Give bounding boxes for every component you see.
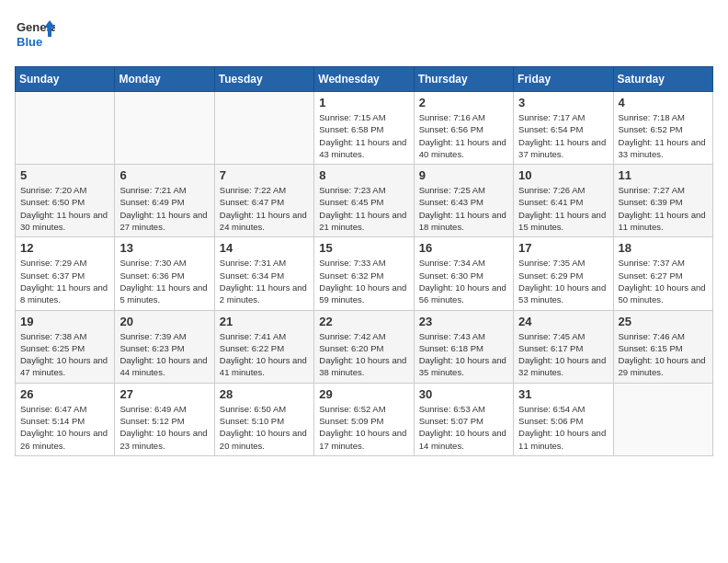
- day-number: 3: [518, 96, 608, 109]
- day-number: 26: [20, 387, 109, 401]
- calendar-week-3: 12Sunrise: 7:29 AM Sunset: 6:37 PM Dayli…: [16, 237, 713, 310]
- calendar-cell: 27Sunrise: 6:49 AM Sunset: 5:12 PM Dayli…: [115, 383, 214, 455]
- day-number: 21: [220, 315, 309, 328]
- calendar-cell: 21Sunrise: 7:41 AM Sunset: 6:22 PM Dayli…: [214, 310, 313, 383]
- calendar-cell: 19Sunrise: 7:38 AM Sunset: 6:25 PM Dayli…: [16, 310, 115, 383]
- day-info: Sunrise: 7:41 AM Sunset: 6:22 PM Dayligh…: [220, 330, 309, 379]
- calendar-cell: 22Sunrise: 7:42 AM Sunset: 6:20 PM Dayli…: [314, 310, 414, 383]
- day-header-friday: Friday: [514, 67, 613, 92]
- day-number: 11: [619, 168, 708, 182]
- calendar-cell: 16Sunrise: 7:34 AM Sunset: 6:30 PM Dayli…: [414, 237, 513, 310]
- day-info: Sunrise: 6:54 AM Sunset: 5:06 PM Dayligh…: [518, 403, 608, 452]
- day-info: Sunrise: 7:15 AM Sunset: 6:58 PM Dayligh…: [319, 111, 408, 160]
- day-number: 20: [119, 315, 209, 328]
- calendar-cell: 9Sunrise: 7:25 AM Sunset: 6:43 PM Daylig…: [414, 165, 513, 237]
- day-number: 15: [319, 241, 408, 255]
- day-info: Sunrise: 6:50 AM Sunset: 5:10 PM Dayligh…: [220, 403, 309, 452]
- calendar-cell: 10Sunrise: 7:26 AM Sunset: 6:41 PM Dayli…: [514, 165, 613, 237]
- day-number: 29: [319, 387, 408, 401]
- calendar-cell: 24Sunrise: 7:45 AM Sunset: 6:17 PM Dayli…: [514, 310, 613, 383]
- day-number: 27: [119, 387, 209, 401]
- day-info: Sunrise: 7:31 AM Sunset: 6:34 PM Dayligh…: [220, 257, 309, 305]
- day-number: 22: [319, 315, 408, 328]
- calendar-table: SundayMondayTuesdayWednesdayThursdayFrid…: [15, 66, 713, 456]
- calendar-week-4: 19Sunrise: 7:38 AM Sunset: 6:25 PM Dayli…: [16, 310, 713, 383]
- day-info: Sunrise: 6:47 AM Sunset: 5:14 PM Dayligh…: [20, 403, 109, 452]
- day-info: Sunrise: 7:33 AM Sunset: 6:32 PM Dayligh…: [319, 257, 408, 305]
- day-info: Sunrise: 7:42 AM Sunset: 6:20 PM Dayligh…: [319, 330, 408, 379]
- day-number: 10: [518, 168, 608, 182]
- day-number: 19: [20, 315, 109, 328]
- day-number: 1: [319, 96, 408, 109]
- calendar-cell: [613, 383, 712, 455]
- day-info: Sunrise: 6:49 AM Sunset: 5:12 PM Dayligh…: [119, 403, 209, 452]
- day-number: 8: [319, 168, 408, 182]
- calendar-cell: 31Sunrise: 6:54 AM Sunset: 5:06 PM Dayli…: [514, 383, 613, 455]
- day-number: 18: [619, 241, 708, 255]
- calendar-cell: 12Sunrise: 7:29 AM Sunset: 6:37 PM Dayli…: [16, 237, 115, 310]
- day-info: Sunrise: 7:22 AM Sunset: 6:47 PM Dayligh…: [220, 184, 309, 233]
- calendar-cell: 1Sunrise: 7:15 AM Sunset: 6:58 PM Daylig…: [314, 92, 414, 165]
- calendar-cell: 17Sunrise: 7:35 AM Sunset: 6:29 PM Dayli…: [514, 237, 613, 310]
- day-number: 17: [518, 241, 608, 255]
- calendar-cell: 11Sunrise: 7:27 AM Sunset: 6:39 PM Dayli…: [613, 165, 712, 237]
- calendar-week-5: 26Sunrise: 6:47 AM Sunset: 5:14 PM Dayli…: [16, 383, 713, 455]
- day-info: Sunrise: 6:52 AM Sunset: 5:09 PM Dayligh…: [319, 403, 408, 452]
- day-header-thursday: Thursday: [414, 67, 513, 92]
- calendar-cell: 3Sunrise: 7:17 AM Sunset: 6:54 PM Daylig…: [514, 92, 613, 165]
- day-info: Sunrise: 7:46 AM Sunset: 6:15 PM Dayligh…: [619, 330, 708, 379]
- day-info: Sunrise: 7:29 AM Sunset: 6:37 PM Dayligh…: [20, 257, 109, 305]
- day-number: 23: [419, 315, 508, 328]
- calendar-cell: [16, 92, 115, 165]
- day-number: 31: [518, 387, 608, 401]
- calendar-cell: 2Sunrise: 7:16 AM Sunset: 6:56 PM Daylig…: [414, 92, 513, 165]
- day-number: 7: [220, 168, 309, 182]
- calendar-cell: 5Sunrise: 7:20 AM Sunset: 6:50 PM Daylig…: [16, 165, 115, 237]
- day-info: Sunrise: 7:30 AM Sunset: 6:36 PM Dayligh…: [119, 257, 209, 305]
- calendar-cell: 14Sunrise: 7:31 AM Sunset: 6:34 PM Dayli…: [214, 237, 313, 310]
- calendar-cell: 29Sunrise: 6:52 AM Sunset: 5:09 PM Dayli…: [314, 383, 414, 455]
- day-info: Sunrise: 7:26 AM Sunset: 6:41 PM Dayligh…: [518, 184, 608, 233]
- calendar-cell: 15Sunrise: 7:33 AM Sunset: 6:32 PM Dayli…: [314, 237, 414, 310]
- day-number: 13: [119, 241, 209, 255]
- day-header-saturday: Saturday: [613, 67, 712, 92]
- calendar-cell: 4Sunrise: 7:18 AM Sunset: 6:52 PM Daylig…: [613, 92, 712, 165]
- day-header-monday: Monday: [115, 67, 214, 92]
- calendar-cell: [214, 92, 313, 165]
- day-info: Sunrise: 7:16 AM Sunset: 6:56 PM Dayligh…: [419, 111, 508, 160]
- day-info: Sunrise: 7:18 AM Sunset: 6:52 PM Dayligh…: [619, 111, 708, 160]
- day-info: Sunrise: 7:27 AM Sunset: 6:39 PM Dayligh…: [619, 184, 708, 233]
- day-number: 24: [518, 315, 608, 328]
- day-info: Sunrise: 6:53 AM Sunset: 5:07 PM Dayligh…: [419, 403, 508, 452]
- day-info: Sunrise: 7:25 AM Sunset: 6:43 PM Dayligh…: [419, 184, 508, 233]
- logo-icon: General Blue: [15, 15, 55, 55]
- day-number: 14: [220, 241, 309, 255]
- calendar-cell: 13Sunrise: 7:30 AM Sunset: 6:36 PM Dayli…: [115, 237, 214, 310]
- day-info: Sunrise: 7:38 AM Sunset: 6:25 PM Dayligh…: [20, 330, 109, 379]
- calendar-cell: 6Sunrise: 7:21 AM Sunset: 6:49 PM Daylig…: [115, 165, 214, 237]
- day-info: Sunrise: 7:37 AM Sunset: 6:27 PM Dayligh…: [619, 257, 708, 305]
- calendar-cell: 18Sunrise: 7:37 AM Sunset: 6:27 PM Dayli…: [613, 237, 712, 310]
- day-number: 4: [619, 96, 708, 109]
- calendar-cell: 23Sunrise: 7:43 AM Sunset: 6:18 PM Dayli…: [414, 310, 513, 383]
- day-header-sunday: Sunday: [16, 67, 115, 92]
- day-info: Sunrise: 7:21 AM Sunset: 6:49 PM Dayligh…: [119, 184, 209, 233]
- day-number: 9: [419, 168, 508, 182]
- day-info: Sunrise: 7:45 AM Sunset: 6:17 PM Dayligh…: [518, 330, 608, 379]
- day-info: Sunrise: 7:35 AM Sunset: 6:29 PM Dayligh…: [518, 257, 608, 305]
- calendar-cell: [115, 92, 214, 165]
- calendar-cell: 30Sunrise: 6:53 AM Sunset: 5:07 PM Dayli…: [414, 383, 513, 455]
- calendar-cell: 25Sunrise: 7:46 AM Sunset: 6:15 PM Dayli…: [613, 310, 712, 383]
- calendar-header-row: SundayMondayTuesdayWednesdayThursdayFrid…: [16, 67, 713, 92]
- page-header: General Blue: [15, 15, 713, 55]
- day-number: 5: [20, 168, 109, 182]
- day-number: 25: [619, 315, 708, 328]
- day-info: Sunrise: 7:23 AM Sunset: 6:45 PM Dayligh…: [319, 184, 408, 233]
- calendar-cell: 20Sunrise: 7:39 AM Sunset: 6:23 PM Dayli…: [115, 310, 214, 383]
- calendar-cell: 28Sunrise: 6:50 AM Sunset: 5:10 PM Dayli…: [214, 383, 313, 455]
- day-number: 16: [419, 241, 508, 255]
- day-number: 28: [220, 387, 309, 401]
- day-number: 2: [419, 96, 508, 109]
- calendar-cell: 8Sunrise: 7:23 AM Sunset: 6:45 PM Daylig…: [314, 165, 414, 237]
- day-info: Sunrise: 7:43 AM Sunset: 6:18 PM Dayligh…: [419, 330, 508, 379]
